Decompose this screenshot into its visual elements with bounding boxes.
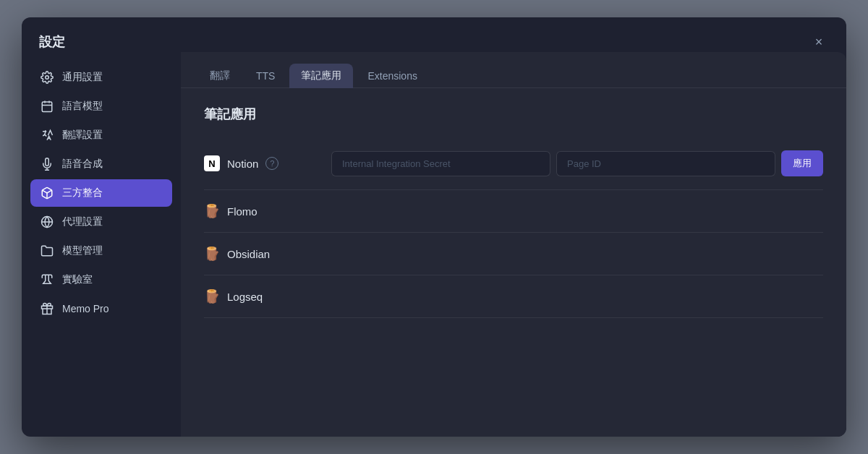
tab-translate[interactable]: 翻譯	[198, 64, 242, 88]
sidebar-item-third-party[interactable]: 三方整合	[30, 179, 172, 207]
sidebar-item-model-mgmt[interactable]: 模型管理	[30, 237, 172, 265]
notion-apply-button[interactable]: 應用	[781, 150, 823, 176]
notion-name: Notion	[227, 158, 258, 170]
logseq-label: 🪵 Logseq	[204, 288, 320, 304]
obsidian-icon: 🪵	[204, 246, 220, 262]
settings-dialog: 設定 × 通用設置 語言模型	[22, 17, 846, 437]
main-content: 翻譯 TTS 筆記應用 Extensions 筆記應用 N Notion ?	[181, 52, 846, 437]
notion-icon: N	[204, 155, 220, 171]
sidebar-item-label: 三方整合	[62, 187, 103, 200]
calendar-icon	[41, 100, 54, 113]
gift-icon	[41, 302, 54, 315]
sidebar-item-lab[interactable]: 實驗室	[30, 266, 172, 294]
folder-icon	[41, 244, 54, 257]
sidebar-item-label: 模型管理	[62, 244, 103, 257]
flomo-name: Flomo	[227, 205, 258, 218]
content-area: 筆記應用 N Notion ? 應用	[181, 88, 846, 437]
flomo-integration-row: 🪵 Flomo	[204, 190, 823, 233]
notion-secret-input[interactable]	[331, 151, 550, 176]
logseq-integration-row: 🪵 Logseq	[204, 275, 823, 318]
sidebar-item-general[interactable]: 通用設置	[30, 64, 172, 91]
sidebar-item-translation[interactable]: 翻譯設置	[30, 121, 172, 149]
notion-integration-row: N Notion ? 應用	[204, 137, 823, 190]
sidebar-item-label: 語言模型	[62, 100, 103, 113]
translate-icon	[41, 129, 54, 142]
sidebar-item-proxy[interactable]: 代理設置	[30, 208, 172, 236]
notion-label: N Notion ?	[204, 155, 320, 171]
sidebar-item-memo-pro[interactable]: Memo Pro	[30, 295, 172, 322]
dialog-header: 設定 ×	[22, 17, 846, 52]
notion-fields: 應用	[331, 150, 823, 176]
sidebar-item-label: 翻譯設置	[62, 129, 103, 142]
obsidian-name: Obsidian	[227, 248, 270, 260]
flomo-icon: 🪵	[204, 203, 220, 219]
sidebar-item-label: 實驗室	[62, 273, 93, 286]
sidebar-item-label: Memo Pro	[62, 303, 109, 314]
notion-page-id-input[interactable]	[556, 151, 775, 176]
flomo-label: 🪵 Flomo	[204, 203, 320, 219]
tab-note-apps[interactable]: 筆記應用	[289, 64, 353, 88]
section-title: 筆記應用	[204, 106, 823, 123]
dialog-body: 通用設置 語言模型 翻譯設置	[22, 52, 846, 437]
tab-extensions[interactable]: Extensions	[356, 64, 428, 87]
mic-icon	[41, 158, 54, 171]
puzzle-icon	[41, 187, 54, 200]
sidebar-item-label: 代理設置	[62, 215, 103, 228]
sidebar-item-label: 語音合成	[62, 158, 103, 171]
sidebar-item-language-model[interactable]: 語言模型	[30, 93, 172, 120]
logseq-name: Logseq	[227, 291, 263, 303]
notion-help-icon[interactable]: ?	[265, 157, 278, 170]
close-button[interactable]: ×	[809, 32, 829, 52]
svg-rect-1	[42, 102, 52, 112]
sidebar: 通用設置 語言模型 翻譯設置	[22, 52, 181, 437]
dialog-title: 設定	[39, 33, 65, 51]
sidebar-item-tts[interactable]: 語音合成	[30, 150, 172, 178]
tabs-bar: 翻譯 TTS 筆記應用 Extensions	[181, 52, 846, 88]
logseq-icon: 🪵	[204, 288, 220, 304]
gear-icon	[41, 71, 54, 84]
globe-icon	[41, 215, 54, 228]
sidebar-item-label: 通用設置	[62, 71, 103, 84]
obsidian-label: 🪵 Obsidian	[204, 246, 320, 262]
tab-tts[interactable]: TTS	[244, 64, 286, 87]
lab-icon	[41, 273, 54, 286]
obsidian-integration-row: 🪵 Obsidian	[204, 233, 823, 275]
svg-point-0	[46, 76, 49, 80]
